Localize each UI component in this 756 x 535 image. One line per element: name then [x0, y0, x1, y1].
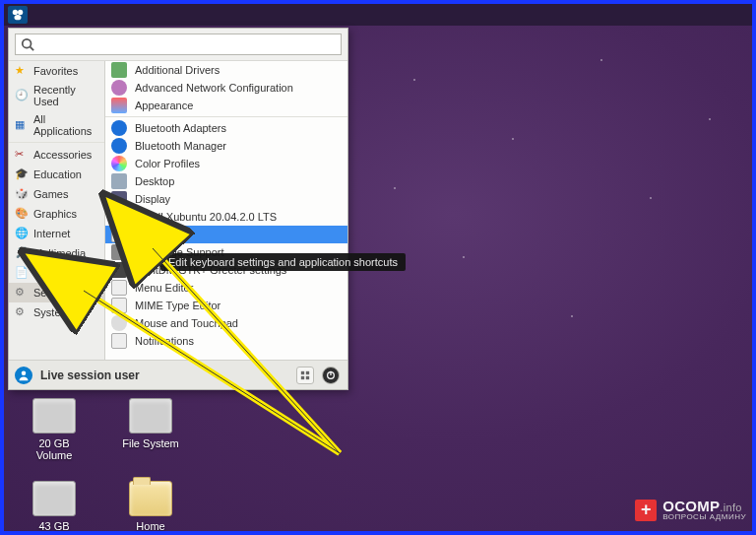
svg-line-4	[31, 47, 34, 51]
app-label: Bluetooth Manager	[135, 140, 226, 152]
color-profiles-icon	[111, 156, 127, 171]
drivers-icon	[111, 62, 127, 78]
app-appearance[interactable]: Appearance	[105, 97, 347, 114]
category-label: Games	[33, 188, 68, 200]
app-label: Notifications	[135, 335, 194, 347]
app-mouse-and-touchpad[interactable]: Mouse and Touchpad	[105, 314, 347, 332]
desktop-icon-home[interactable]: Home	[116, 481, 185, 532]
watermark-tagline: ВОПРОСЫ АДМИНУ	[662, 513, 746, 521]
watermark-brand: OCOMP.info	[662, 499, 746, 513]
category-label: Accessories	[33, 149, 92, 161]
app-desktop[interactable]: Desktop	[105, 172, 347, 190]
desktop-icon-volume[interactable]: 43 GB Volume	[20, 481, 89, 535]
office-icon: 📄	[15, 266, 29, 280]
menu-footer: Live session user	[9, 360, 347, 389]
search-row	[9, 29, 347, 61]
category-label: Multimedia	[33, 247, 86, 259]
desktop-icon-filesystem[interactable]: File System	[116, 398, 185, 449]
search-icon	[21, 37, 34, 51]
settings-all-button[interactable]	[296, 367, 314, 384]
mime-icon	[111, 298, 127, 313]
xfce-mouse-icon	[11, 8, 25, 22]
desktop-icon-label: 20 GB Volume	[36, 437, 73, 461]
svg-rect-8	[301, 375, 304, 378]
notifications-icon	[111, 333, 127, 349]
app-label: Desktop	[135, 175, 174, 187]
app-install-xubuntu[interactable]: Install Xubuntu 20.04.2.0 LTS	[105, 208, 347, 226]
category-office[interactable]: 📄Office	[9, 263, 104, 283]
app-color-profiles[interactable]: Color Profiles	[105, 155, 347, 172]
power-button[interactable]	[322, 367, 340, 384]
svg-rect-9	[306, 375, 309, 378]
tooltip: Edit keyboard settings and application s…	[160, 253, 406, 271]
desktop-icon-label: 43 GB Volume	[36, 520, 73, 535]
category-label: Settings	[33, 287, 73, 299]
app-bluetooth-adapters[interactable]: Bluetooth Adapters	[105, 119, 347, 137]
svg-point-1	[18, 10, 23, 15]
svg-rect-6	[301, 370, 304, 373]
desktop-icon	[111, 173, 127, 189]
app-label: Advanced Network Configuration	[135, 82, 293, 94]
bluetooth-icon	[111, 120, 127, 136]
app-menu-editor[interactable]: Menu Editor	[105, 279, 347, 297]
grid-icon	[300, 370, 310, 380]
category-recently-used[interactable]: 🕘Recently Used	[9, 81, 104, 110]
app-mime-type-editor[interactable]: MIME Type Editor	[105, 297, 347, 314]
apps-icon: ▦	[15, 118, 29, 132]
app-notifications[interactable]: Notifications	[105, 332, 347, 350]
app-label: MIME Type Editor	[135, 300, 220, 311]
network-config-icon	[111, 80, 127, 96]
category-favorites[interactable]: ★Favorites	[9, 61, 104, 81]
language-icon	[111, 244, 127, 260]
category-list: ★Favorites 🕘Recently Used ▦All Applicati…	[9, 61, 105, 360]
desktop-icon-volume[interactable]: 20 GB Volume	[20, 398, 89, 461]
category-all-applications[interactable]: ▦All Applications	[9, 110, 104, 140]
folder-icon	[129, 481, 172, 516]
multimedia-icon: 🎵	[15, 246, 29, 260]
app-label: Additional Drivers	[135, 64, 220, 76]
category-settings[interactable]: ⚙Settings	[9, 283, 104, 302]
category-multimedia[interactable]: 🎵Multimedia	[9, 243, 104, 263]
app-label: Color Profiles	[135, 158, 200, 169]
app-bluetooth-manager[interactable]: Bluetooth Manager	[105, 137, 347, 155]
whisker-menu: ★Favorites 🕘Recently Used ▦All Applicati…	[8, 28, 348, 390]
category-label: Internet	[33, 228, 70, 239]
installer-icon	[111, 209, 127, 225]
category-graphics[interactable]: 🎨Graphics	[9, 204, 104, 224]
app-advanced-network-configuration[interactable]: Advanced Network Configuration	[105, 79, 347, 97]
category-education[interactable]: 🎓Education	[9, 165, 104, 184]
power-icon	[326, 370, 336, 380]
category-internet[interactable]: 🌐Internet	[9, 224, 104, 243]
app-label: Keyboard	[135, 229, 181, 240]
drive-icon	[129, 398, 172, 434]
category-label: System	[33, 306, 70, 318]
category-accessories[interactable]: ✂Accessories	[9, 145, 104, 165]
separator	[9, 142, 104, 143]
separator	[105, 116, 347, 117]
greeter-icon	[111, 262, 127, 278]
category-label: All Applications	[33, 113, 98, 137]
drive-icon	[32, 398, 76, 434]
mouse-icon	[111, 315, 127, 331]
app-display[interactable]: Display	[105, 190, 347, 208]
system-icon: ⚙	[15, 305, 29, 319]
internet-icon: 🌐	[15, 227, 29, 240]
category-games[interactable]: 🎲Games	[9, 184, 104, 204]
app-label: Display	[135, 193, 170, 205]
clock-icon: 🕘	[15, 89, 29, 102]
app-additional-drivers[interactable]: Additional Drivers	[105, 61, 347, 79]
whisker-menu-button[interactable]	[8, 6, 28, 24]
watermark: + OCOMP.info ВОПРОСЫ АДМИНУ	[635, 499, 746, 521]
category-label: Office	[33, 267, 62, 279]
category-system[interactable]: ⚙System	[9, 302, 104, 322]
watermark-plus-icon: +	[635, 500, 657, 521]
app-label: Appearance	[135, 100, 193, 111]
app-keyboard[interactable]: Keyboard	[105, 226, 347, 243]
search-input[interactable]	[15, 33, 342, 55]
category-label: Graphics	[33, 208, 77, 220]
bluetooth-icon	[111, 138, 127, 154]
education-icon: 🎓	[15, 167, 29, 181]
appearance-icon	[111, 98, 127, 113]
keyboard-icon	[111, 227, 127, 242]
svg-point-5	[22, 370, 27, 375]
